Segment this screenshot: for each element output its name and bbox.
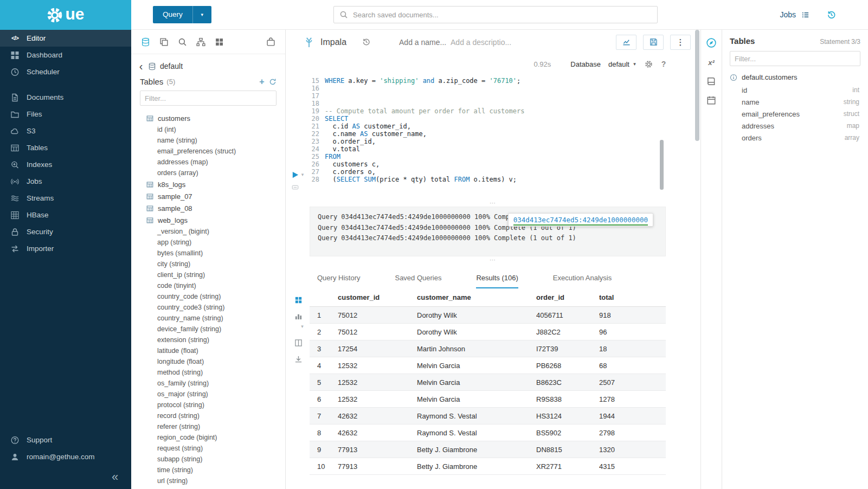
tree-item[interactable]: sample_07: [131, 190, 285, 202]
download-icon[interactable]: [294, 355, 303, 363]
tree-item[interactable]: os_family (string): [131, 378, 285, 389]
columns-view-icon[interactable]: [294, 339, 303, 347]
grid-view-icon[interactable]: [294, 296, 303, 304]
more-actions-button[interactable]: ⋮: [670, 35, 691, 50]
query-description-input[interactable]: [451, 38, 516, 47]
tree-item[interactable]: time (string): [131, 465, 285, 475]
nav-item[interactable]: Documents: [0, 89, 131, 106]
info-icon[interactable]: [730, 74, 737, 81]
nav-item[interactable]: Scheduler: [0, 63, 131, 80]
nav-item[interactable]: Security: [0, 223, 131, 240]
snippet-settings-icon[interactable]: [291, 184, 299, 191]
column-item[interactable]: orders array: [730, 132, 860, 144]
collapse-sidebar-button[interactable]: «: [0, 465, 131, 489]
tree-item[interactable]: client_ip (string): [131, 269, 285, 280]
apps-icon[interactable]: [215, 37, 224, 47]
code-line[interactable]: 18: [310, 100, 700, 107]
table-row[interactable]: 5 12532 Melvin Garcia B8623C 2507: [310, 374, 666, 391]
nav-item[interactable]: Importer: [0, 240, 131, 257]
nav-footer-item[interactable]: romain@gethue.com: [0, 448, 131, 465]
tree-item[interactable]: request (string): [131, 443, 285, 454]
query-id-popover[interactable]: 034d413ec7474ed5:4249de1000000000: [508, 213, 653, 227]
sitemap-icon[interactable]: [196, 37, 205, 47]
nav-item[interactable]: Dashboard: [0, 47, 131, 63]
tree-item[interactable]: latitude (float): [131, 345, 285, 356]
tree-item[interactable]: os_major (string): [131, 389, 285, 400]
functions-icon[interactable]: x²: [706, 57, 716, 67]
table-row[interactable]: 8 42632 Raymond S. Vestal BS5902 2798: [310, 424, 666, 441]
editor-scrollbar[interactable]: [660, 140, 664, 190]
tree-item[interactable]: name (string): [131, 135, 285, 146]
code-line[interactable]: 28 (SELECT SUM(price * qty) total FROM o…: [310, 176, 700, 183]
query-history-icon[interactable]: [362, 37, 371, 47]
column-item[interactable]: addresses map: [730, 120, 860, 132]
column-header[interactable]: total: [599, 293, 666, 301]
code-line[interactable]: 25 FROM: [310, 153, 700, 160]
code-line[interactable]: 20 SELECT: [310, 115, 700, 123]
add-table-icon[interactable]: +: [258, 78, 266, 86]
tree-item[interactable]: extension (string): [131, 334, 285, 345]
tree-item[interactable]: sample_08: [131, 202, 285, 214]
column-header[interactable]: customer_name: [417, 293, 536, 301]
code-line[interactable]: 16: [310, 85, 700, 92]
active-table-item[interactable]: default.customers: [730, 70, 860, 84]
tree-item[interactable]: longitude (float): [131, 356, 285, 367]
query-id-text[interactable]: 034d413ec7474ed5:4249de1000000000: [513, 216, 648, 226]
table-row[interactable]: 2 75012 Dorothy Wilk J882C2 96: [310, 324, 666, 340]
tree-item[interactable]: bytes (smallint): [131, 248, 285, 259]
tree-item[interactable]: orders (array): [131, 168, 285, 178]
resize-handle-bottom[interactable]: ⋯: [286, 256, 700, 263]
tree-item[interactable]: country_name (string): [131, 313, 285, 324]
page-scrollbar[interactable]: [695, 30, 699, 141]
nav-item[interactable]: </> Editor: [0, 30, 131, 47]
language-reference-icon[interactable]: [706, 76, 716, 86]
code-line[interactable]: 21 c.id AS customer_id,: [310, 123, 700, 130]
tree-item[interactable]: app (string): [131, 237, 285, 248]
chart-options-caret[interactable]: ▾: [298, 323, 306, 331]
new-query-button[interactable]: Query ▾: [153, 6, 211, 23]
tree-item[interactable]: customers: [131, 112, 285, 124]
tree-item[interactable]: web_logs: [131, 214, 285, 226]
nav-item[interactable]: Files: [0, 106, 131, 123]
calendar-icon[interactable]: [706, 95, 716, 105]
tree-item[interactable]: region_code (bigint): [131, 432, 285, 443]
table-row[interactable]: 9 77913 Betty J. Giambrone DN8815 1320: [310, 441, 666, 458]
table-row[interactable]: 1 75012 Dorothy Wilk 4056711 918: [310, 307, 666, 324]
column-item[interactable]: email_preferences struct: [730, 108, 860, 120]
tree-item[interactable]: id (int): [131, 124, 285, 135]
tree-item[interactable]: country_code3 (string): [131, 302, 285, 313]
documents-icon[interactable]: [159, 37, 169, 47]
table-row[interactable]: 4 12532 Melvin Garcia PB6268 68: [310, 357, 666, 374]
nav-item[interactable]: S3: [0, 123, 131, 139]
resize-handle-top[interactable]: ⋯: [286, 200, 700, 207]
nav-item[interactable]: Streams: [0, 190, 131, 207]
code-line[interactable]: 23 o.order_id,: [310, 138, 700, 145]
table-row[interactable]: 7 42632 Raymond S. Vestal HS3124 1944: [310, 408, 666, 424]
database-select[interactable]: default ▾: [608, 60, 637, 68]
code-line[interactable]: 27 c.orders o,: [310, 168, 700, 176]
tree-item[interactable]: subapp (string): [131, 454, 285, 465]
breadcrumb[interactable]: default: [160, 62, 183, 70]
tree-item[interactable]: email_preferences (struct): [131, 146, 285, 157]
nav-item[interactable]: Tables: [0, 139, 131, 156]
table-row[interactable]: 6 12532 Melvin Garcia R9S838 1278: [310, 391, 666, 408]
back-icon[interactable]: ‹: [138, 62, 144, 70]
table-row[interactable]: 10 77913 Betty J. Giambrone XR2771 4315: [310, 458, 666, 475]
code-line[interactable]: 19 -- Compute total amount per order for…: [310, 107, 700, 115]
nav-item[interactable]: Jobs: [0, 173, 131, 190]
right-filter-input[interactable]: [730, 51, 860, 66]
code-line[interactable]: 17: [310, 92, 700, 100]
global-search[interactable]: [333, 6, 658, 23]
execute-button[interactable]: ▾: [291, 170, 305, 179]
tree-item[interactable]: protocol (string): [131, 400, 285, 410]
hue-logo[interactable]: ue: [0, 0, 131, 30]
tree-item[interactable]: city (string): [131, 259, 285, 269]
nav-item[interactable]: Indexes: [0, 156, 131, 173]
tree-item[interactable]: code (tinyint): [131, 280, 285, 291]
column-header[interactable]: customer_id: [338, 293, 417, 301]
code-line[interactable]: 24 v.total: [310, 145, 700, 153]
assist-search-icon[interactable]: [178, 37, 187, 47]
tree-item[interactable]: method (string): [131, 367, 285, 378]
search-input[interactable]: [353, 11, 652, 19]
code-line[interactable]: 15 WHERE a.key = 'shipping' and a.zip_co…: [310, 77, 700, 85]
